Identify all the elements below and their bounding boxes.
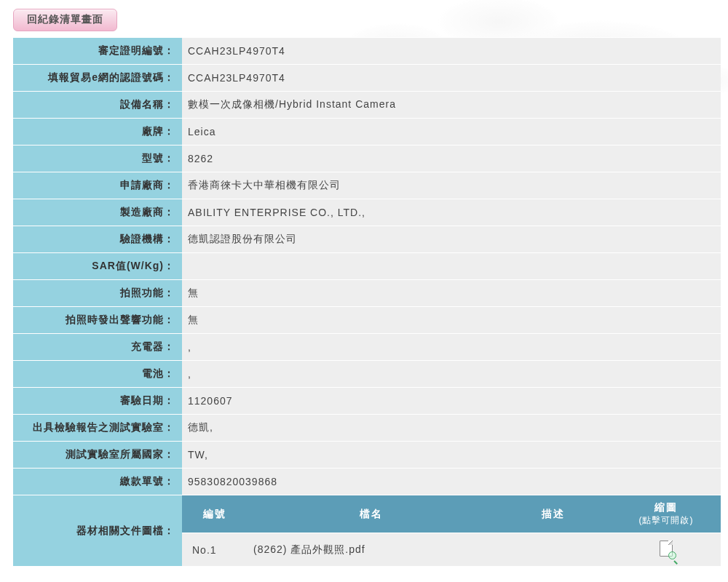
document-preview-icon[interactable] xyxy=(660,541,673,557)
files-section-row: 器材相關文件圖檔：編號檔名描述縮圖(點擊可開啟)No.1(8262) 產品外觀照… xyxy=(13,495,721,566)
content-container: 回紀錄清單畫面 審定證明編號：CCAH23LP4970T4填報貿易e網的認證號碼… xyxy=(0,0,728,567)
detail-label: 申請廠商： xyxy=(13,172,182,199)
file-filename: (8262) 產品外觀照.pdf xyxy=(248,533,495,567)
detail-value: 德凱, xyxy=(182,415,721,441)
detail-label: 審定證明編號： xyxy=(13,38,182,64)
detail-value: , xyxy=(182,361,721,387)
files-header-number: 編號 xyxy=(182,495,248,533)
detail-row: 審驗日期：1120607 xyxy=(13,388,721,414)
detail-label: 拍照時發出聲響功能： xyxy=(13,307,182,333)
detail-row: 充電器：, xyxy=(13,334,721,360)
back-to-list-button[interactable]: 回紀錄清單畫面 xyxy=(13,9,117,31)
details-table: 審定證明編號：CCAH23LP4970T4填報貿易e網的認證號碼：CCAH23L… xyxy=(13,37,721,567)
detail-row: 廠牌：Leica xyxy=(13,119,721,145)
detail-label: 繳款單號： xyxy=(13,469,182,495)
detail-row: 填報貿易e網的認證號碼：CCAH23LP4970T4 xyxy=(13,65,721,91)
detail-label: 出具檢驗報告之測試實驗室： xyxy=(13,415,182,441)
detail-row: 拍照時發出聲響功能：無 xyxy=(13,307,721,333)
files-header-filename: 檔名 xyxy=(248,495,495,533)
detail-label: 製造廠商： xyxy=(13,199,182,226)
detail-label: 電池： xyxy=(13,361,182,387)
detail-value: CCAH23LP4970T4 xyxy=(182,38,721,64)
file-row: No.1(8262) 產品外觀照.pdf xyxy=(182,533,721,567)
detail-value: 香港商徠卡大中華相機有限公司 xyxy=(182,172,721,199)
detail-row: 驗證機構：德凱認證股份有限公司 xyxy=(13,226,721,252)
files-table: 編號檔名描述縮圖(點擊可開啟)No.1(8262) 產品外觀照.pdf xyxy=(182,495,721,566)
detail-label: SAR值(W/Kg)： xyxy=(13,253,182,279)
detail-value: , xyxy=(182,334,721,360)
detail-row: 設備名稱：數模一次成像相機/Hybrid Instant Camera xyxy=(13,92,721,118)
file-description xyxy=(495,533,612,567)
files-section-label: 器材相關文件圖檔： xyxy=(13,495,182,566)
detail-label: 測試實驗室所屬國家： xyxy=(13,442,182,468)
file-number: No.1 xyxy=(182,533,248,567)
detail-row: 測試實驗室所屬國家：TW, xyxy=(13,442,721,468)
detail-value: TW, xyxy=(182,442,721,468)
files-header-number-text: 編號 xyxy=(203,508,226,519)
detail-value: 95830820039868 xyxy=(182,469,721,495)
files-section-content: 編號檔名描述縮圖(點擊可開啟)No.1(8262) 產品外觀照.pdf xyxy=(182,495,721,566)
detail-value: 德凱認證股份有限公司 xyxy=(182,226,721,252)
detail-row: 繳款單號：95830820039868 xyxy=(13,469,721,495)
detail-row: 審定證明編號：CCAH23LP4970T4 xyxy=(13,38,721,64)
detail-row: 出具檢驗報告之測試實驗室：德凱, xyxy=(13,415,721,441)
detail-value: 無 xyxy=(182,307,721,333)
detail-label: 廠牌： xyxy=(13,119,182,145)
detail-value: Leica xyxy=(182,119,721,145)
detail-row: 型號：8262 xyxy=(13,146,721,172)
detail-value xyxy=(182,253,721,279)
files-header-description: 描述 xyxy=(495,495,612,533)
file-thumbnail-cell xyxy=(612,533,721,567)
detail-value: 無 xyxy=(182,280,721,306)
detail-label: 設備名稱： xyxy=(13,92,182,118)
detail-label: 填報貿易e網的認證號碼： xyxy=(13,65,182,91)
files-header-description-text: 描述 xyxy=(542,508,565,519)
detail-value: CCAH23LP4970T4 xyxy=(182,65,721,91)
files-header-filename-text: 檔名 xyxy=(360,508,383,519)
files-header-thumbnail-subtext: (點擊可開啟) xyxy=(614,514,718,527)
detail-label: 審驗日期： xyxy=(13,388,182,414)
detail-row: SAR值(W/Kg)： xyxy=(13,253,721,279)
detail-label: 型號： xyxy=(13,146,182,172)
detail-label: 拍照功能： xyxy=(13,280,182,306)
detail-value: 數模一次成像相機/Hybrid Instant Camera xyxy=(182,92,721,118)
detail-row: 申請廠商：香港商徠卡大中華相機有限公司 xyxy=(13,172,721,199)
files-header-thumbnail: 縮圖(點擊可開啟) xyxy=(612,495,721,533)
detail-value: 8262 xyxy=(182,146,721,172)
files-header-thumbnail-text: 縮圖 xyxy=(654,501,678,513)
detail-label: 充電器： xyxy=(13,334,182,360)
detail-row: 拍照功能：無 xyxy=(13,280,721,306)
detail-row: 製造廠商：ABILITY ENTERPRISE CO., LTD., xyxy=(13,199,721,226)
detail-label: 驗證機構： xyxy=(13,226,182,252)
detail-value: 1120607 xyxy=(182,388,721,414)
detail-value: ABILITY ENTERPRISE CO., LTD., xyxy=(182,199,721,226)
detail-row: 電池：, xyxy=(13,361,721,387)
